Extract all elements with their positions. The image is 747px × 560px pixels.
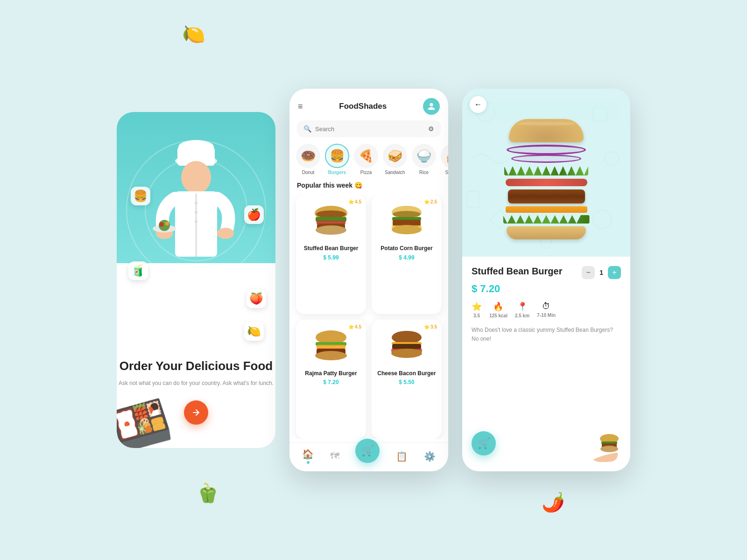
category-sweets[interactable]: 🍰 Sweets	[440, 144, 448, 175]
rating-value: 3.5	[473, 313, 480, 318]
food-card-cheese-bacon[interactable]: ⭐3.5 Cheese Bacon Burger $ 5.50	[372, 320, 442, 439]
back-button[interactable]: ←	[470, 96, 486, 113]
popular-section-title: Popular this week 😋	[289, 182, 448, 195]
bun-bottom	[507, 226, 586, 239]
float-juice: 🧃	[128, 261, 148, 280]
svg-point-38	[391, 349, 422, 358]
svg-point-33	[315, 351, 347, 360]
add-to-cart-button[interactable]: 🛒	[472, 431, 496, 455]
food-card-stuffed-bean[interactable]: ⭐4.5 Stuffed Bean Burger $ 5.99	[296, 195, 366, 314]
svg-point-28	[392, 225, 422, 234]
onion-ring-1	[507, 145, 586, 155]
svg-point-13	[159, 222, 164, 227]
svg-point-14	[165, 222, 169, 225]
rice-icon-wrap: 🍚	[412, 144, 436, 168]
bun-top	[509, 119, 584, 142]
welcome-subtitle: Ask not what you can do for your country…	[119, 379, 274, 387]
quantity-increase-button[interactable]: +	[608, 266, 621, 279]
patty-layer	[508, 189, 585, 203]
nav-home[interactable]: 🏠	[302, 448, 314, 464]
pizza-label: Pizza	[360, 170, 372, 175]
user-avatar[interactable]	[423, 98, 440, 115]
pizza-icon-wrap: 🍕	[354, 144, 378, 168]
category-burgers[interactable]: 🍔 Burgers	[324, 144, 350, 175]
food-grid: ⭐4.5 Stuffed Bean Burger $ 5.99 ⭐2.5	[289, 195, 448, 439]
star-icon: ⭐	[472, 301, 482, 312]
menu-screen: ≡ FoodShades 🔍 ⚙ 🍩 Donut 🍔 Burgers 🍕 Piz…	[289, 89, 448, 471]
sweets-label: Sweets	[445, 170, 448, 175]
sandwich-label: Sandwich	[385, 170, 405, 175]
fire-icon: 🔥	[493, 301, 503, 312]
hamburger-menu-button[interactable]: ≡	[298, 102, 303, 112]
svg-point-3	[181, 161, 211, 194]
svg-point-18	[316, 210, 346, 218]
detail-stats: ⭐ 3.5 🔥 125 kcal 📍 2.5 km ⏱ 7-10 Min	[472, 301, 621, 318]
pepper-decoration: 🫑	[196, 482, 219, 504]
clock-icon: ⏱	[542, 301, 550, 311]
stat-distance: 📍 2.5 km	[515, 301, 529, 318]
stat-calories: 🔥 125 kcal	[489, 301, 507, 318]
cheese-bacon-name: Cheese Bacon Burger	[376, 370, 437, 378]
detail-price: $ 7.20	[472, 283, 621, 295]
bottom-nav: 🏠 🗺 🛒 📋 ⚙️	[289, 442, 448, 471]
lemon-decoration: 🍋	[182, 23, 205, 45]
food-card-potato-corn[interactable]: ⭐2.5 Potato Corn Burger $ 4.99	[372, 195, 442, 314]
category-list: 🍩 Donut 🍔 Burgers 🍕 Pizza 🥪 Sandwich 🍚 R…	[289, 144, 448, 182]
onion-ring-2	[511, 154, 581, 163]
nav-cart-button[interactable]: 🛒	[355, 439, 380, 463]
rajma-patty-price: $ 7.20	[301, 379, 361, 385]
burger-stack-visual	[503, 119, 590, 240]
svg-point-2	[178, 140, 214, 154]
stuffed-bean-rating: ⭐4.5	[348, 199, 361, 204]
detail-screen: ← Stuffed Bean Burger − 1 + $ 7.20	[462, 89, 630, 471]
category-pizza[interactable]: 🍕 Pizza	[353, 144, 379, 175]
svg-point-22	[316, 225, 346, 235]
svg-point-43	[593, 210, 612, 229]
category-donut[interactable]: 🍩 Donut	[295, 144, 321, 175]
cheese-bacon-image	[376, 324, 437, 366]
stat-rating: ⭐ 3.5	[472, 301, 482, 318]
detail-image-area: ←	[462, 89, 630, 257]
stuffed-bean-name: Stuffed Bean Burger	[301, 245, 361, 252]
svg-point-41	[605, 152, 619, 166]
stuffed-bean-image	[301, 199, 361, 241]
tomato-layer	[506, 179, 587, 186]
detail-content: Stuffed Bean Burger − 1 + $ 7.20 ⭐ 3.5 🔥…	[462, 257, 630, 419]
float-apple: 🍎	[244, 205, 264, 224]
search-input[interactable]	[315, 126, 428, 133]
float-fruit: 🍑	[247, 289, 266, 308]
svg-point-16	[430, 103, 433, 106]
float-lemon2: 🍋	[244, 322, 264, 341]
filter-button[interactable]: ⚙	[428, 125, 434, 133]
lettuce-layer	[504, 166, 588, 175]
nav-map[interactable]: 🗺	[330, 451, 339, 462]
sandwich-icon-wrap: 🥪	[383, 144, 407, 168]
svg-point-34	[392, 331, 422, 344]
rajma-patty-rating: ⭐4.5	[348, 324, 361, 329]
category-rice[interactable]: 🍚 Rice	[411, 144, 437, 175]
food-card-rajma-patty[interactable]: ⭐4.5 Rajma Patty Burger $ 7.20	[296, 320, 366, 439]
sweets-icon-wrap: 🍰	[441, 144, 448, 168]
distance-value: 2.5 km	[515, 313, 529, 318]
welcome-title: Order Your Delicious Food	[119, 359, 274, 373]
quantity-decrease-button[interactable]: −	[582, 266, 595, 279]
float-burger: 🍔	[131, 187, 150, 205]
location-icon: 📍	[517, 301, 528, 312]
svg-point-24	[393, 211, 421, 217]
welcome-screen: 🍔 🍎 🧃 🍑 🍋	[117, 112, 275, 448]
category-sandwich[interactable]: 🥪 Sandwich	[382, 144, 408, 175]
menu-header: ≡ FoodShades	[289, 89, 448, 120]
nav-home-dot	[307, 461, 310, 464]
red-pepper-decoration: 🌶️	[542, 491, 565, 513]
get-started-button[interactable]	[184, 400, 208, 425]
svg-point-48	[600, 446, 618, 452]
calories-value: 125 kcal	[489, 313, 507, 318]
lettuce-layer-2	[503, 215, 590, 224]
nav-orders[interactable]: 📋	[396, 451, 408, 462]
nav-settings[interactable]: ⚙️	[424, 451, 436, 462]
potato-corn-rating: ⭐2.5	[424, 199, 437, 204]
potato-corn-price: $ 4.99	[376, 254, 437, 261]
cheese-bacon-price: $ 5.50	[376, 379, 437, 385]
detail-description: Who Does't love a classic yummy Stuffed …	[472, 326, 621, 343]
search-bar: 🔍 ⚙	[297, 120, 441, 137]
